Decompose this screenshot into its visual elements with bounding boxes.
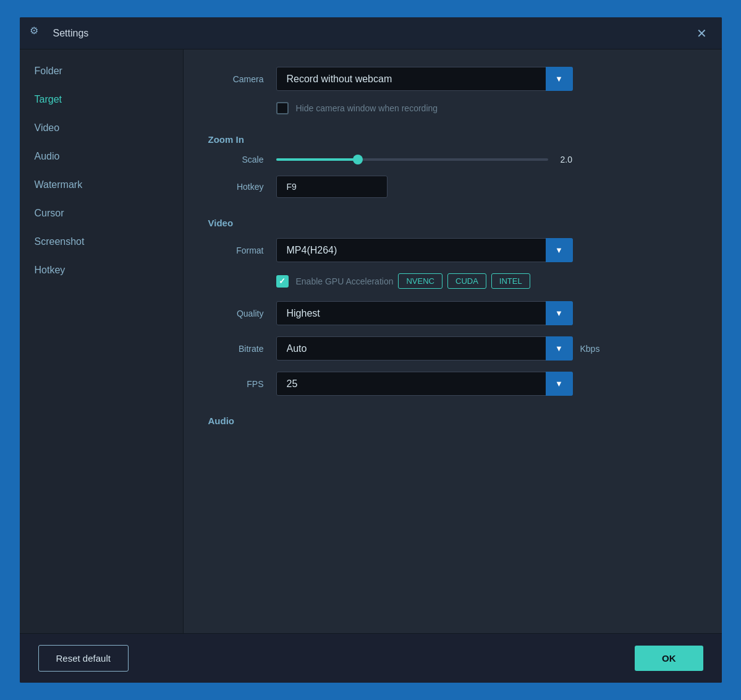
sidebar-item-folder[interactable]: Folder <box>20 57 183 85</box>
reset-default-button[interactable]: Reset default <box>38 645 129 672</box>
camera-select-wrapper: Record without webcam Webcam 1 Webcam 2 <box>276 67 573 91</box>
sidebar-item-watermark[interactable]: Watermark <box>20 171 183 199</box>
format-select-wrapper: MP4(H264) MP4(H265) AVI MKV MOV GIF <box>276 238 573 262</box>
hide-camera-row: Hide camera window when recording <box>208 102 697 114</box>
sidebar-item-cursor[interactable]: Cursor <box>20 199 183 228</box>
gpu-tag-intel[interactable]: INTEL <box>491 273 530 289</box>
bitrate-select[interactable]: Auto 8000 16000 32000 <box>276 336 573 361</box>
scale-label: Scale <box>208 155 264 164</box>
sidebar: Folder Target Video Audio Watermark Curs… <box>20 49 184 633</box>
quality-select-wrapper: Highest High Medium Low <box>276 301 573 325</box>
titlebar: ⚙ Settings ✕ <box>20 17 722 49</box>
footer: Reset default OK <box>20 633 722 683</box>
bitrate-row: Bitrate Auto 8000 16000 32000 Kbps <box>208 336 697 361</box>
close-button[interactable]: ✕ <box>692 23 712 43</box>
audio-placeholder <box>208 436 697 461</box>
settings-icon: ⚙ <box>30 25 47 42</box>
sidebar-item-hotkey[interactable]: Hotkey <box>20 256 183 284</box>
camera-row: Camera Record without webcam Webcam 1 We… <box>208 67 697 91</box>
content-area: Folder Target Video Audio Watermark Curs… <box>20 49 722 633</box>
fps-select[interactable]: 15 20 25 30 60 <box>276 372 573 396</box>
gpu-tag-cuda[interactable]: CUDA <box>447 273 486 289</box>
format-row: Format MP4(H264) MP4(H265) AVI MKV MOV G… <box>208 238 697 262</box>
fps-select-wrapper: 15 20 25 30 60 <box>276 372 573 396</box>
scale-row: Scale 2.0 <box>208 155 697 164</box>
window-title: Settings <box>53 28 692 39</box>
zoom-section-header: Zoom In <box>208 129 697 145</box>
sidebar-item-screenshot[interactable]: Screenshot <box>20 228 183 256</box>
main-content: Camera Record without webcam Webcam 1 We… <box>184 49 722 633</box>
camera-select[interactable]: Record without webcam Webcam 1 Webcam 2 <box>276 67 573 91</box>
hotkey-input[interactable] <box>276 176 387 198</box>
quality-row: Quality Highest High Medium Low <box>208 301 697 325</box>
format-label: Format <box>208 245 264 255</box>
hide-camera-label: Hide camera window when recording <box>296 103 438 113</box>
gpu-tags: NVENC CUDA INTEL <box>398 273 530 289</box>
quality-label: Quality <box>208 309 264 318</box>
gpu-tag-nvenc[interactable]: NVENC <box>398 273 442 289</box>
scale-slider-thumb[interactable] <box>353 155 363 164</box>
sidebar-item-target[interactable]: Target <box>20 85 183 114</box>
sidebar-item-audio[interactable]: Audio <box>20 142 183 171</box>
bitrate-select-wrapper: Auto 8000 16000 32000 <box>276 336 573 361</box>
sidebar-item-video[interactable]: Video <box>20 114 183 142</box>
gpu-acceleration-label: Enable GPU Acceleration <box>296 276 394 286</box>
camera-label: Camera <box>208 74 264 84</box>
scale-slider-track <box>276 158 548 161</box>
gpu-acceleration-checkbox[interactable] <box>276 275 289 288</box>
hide-camera-checkbox[interactable] <box>276 102 289 114</box>
fps-row: FPS 15 20 25 30 60 <box>208 372 697 396</box>
bitrate-unit: Kbps <box>580 344 600 354</box>
settings-window: ⚙ Settings ✕ Folder Target Video Audio W… <box>19 16 723 684</box>
ok-button[interactable]: OK <box>635 646 703 671</box>
fps-label: FPS <box>208 379 264 389</box>
hotkey-label: Hotkey <box>208 182 264 192</box>
scale-value: 2.0 <box>561 155 585 164</box>
audio-section-header: Audio <box>208 411 697 426</box>
scale-slider-container <box>276 158 548 161</box>
video-section-header: Video <box>208 213 697 228</box>
bitrate-label: Bitrate <box>208 344 264 354</box>
gpu-acceleration-row: Enable GPU Acceleration NVENC CUDA INTEL <box>208 273 697 289</box>
format-select[interactable]: MP4(H264) MP4(H265) AVI MKV MOV GIF <box>276 238 573 262</box>
scale-slider-fill <box>276 158 358 161</box>
hotkey-row: Hotkey <box>208 176 697 198</box>
quality-select[interactable]: Highest High Medium Low <box>276 301 573 325</box>
